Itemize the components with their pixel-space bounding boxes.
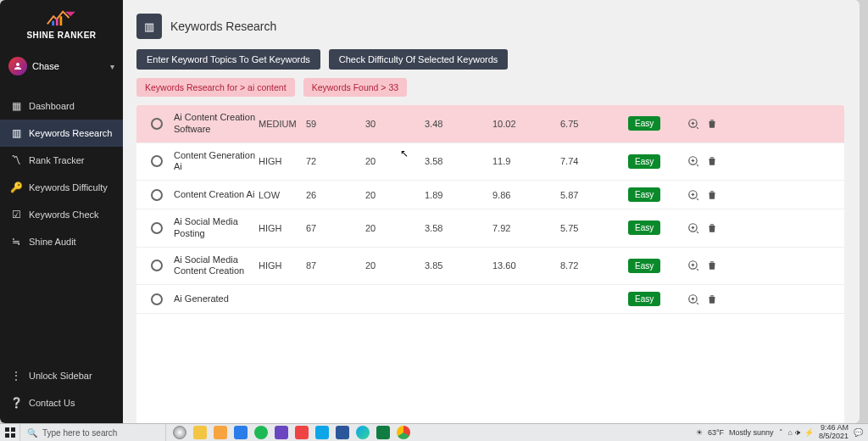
delete-icon[interactable] bbox=[706, 155, 718, 167]
enter-topics-button[interactable]: Enter Keyword Topics To Get Keywords bbox=[136, 49, 320, 70]
svg-rect-1 bbox=[56, 19, 58, 25]
metric-cell: 30 bbox=[365, 119, 425, 129]
difficulty-badge: Easy bbox=[628, 116, 660, 131]
tray-icons: ⌂ 🕩 ⚡ bbox=[788, 428, 814, 437]
nav-keywords-check[interactable]: ☑Keywords Check bbox=[0, 201, 123, 228]
add-icon[interactable] bbox=[687, 260, 699, 271]
metric-cell: 3.58 bbox=[425, 223, 492, 233]
metric-cell: 5.87 bbox=[560, 190, 628, 200]
edge-icon[interactable] bbox=[356, 426, 370, 439]
chrome-icon[interactable] bbox=[397, 426, 410, 439]
help-icon: ❔ bbox=[10, 397, 22, 409]
nav-dashboard[interactable]: ▦Dashboard bbox=[0, 92, 123, 120]
weather-temp: 63°F bbox=[708, 428, 724, 437]
difficulty-badge: Easy bbox=[628, 292, 660, 306]
row-select-radio[interactable] bbox=[151, 222, 163, 234]
delete-icon[interactable] bbox=[706, 118, 718, 130]
add-icon[interactable] bbox=[687, 293, 699, 305]
competition-cell: MEDIUM bbox=[259, 119, 306, 129]
delete-icon[interactable] bbox=[706, 222, 718, 234]
row-select-radio[interactable] bbox=[151, 118, 163, 130]
metric-cell: 20 bbox=[365, 223, 425, 233]
metric-cell: 20 bbox=[365, 156, 425, 166]
difficulty-badge: Easy bbox=[628, 220, 660, 235]
nav-rank-tracker[interactable]: 〽Rank Tracker bbox=[0, 147, 123, 174]
metric-cell: 67 bbox=[306, 223, 365, 233]
main-content: ▥ Keywords Research Enter Keyword Topics… bbox=[123, 0, 860, 423]
metric-cell: 10.02 bbox=[492, 119, 560, 129]
add-icon[interactable] bbox=[687, 222, 699, 234]
row-select-radio[interactable] bbox=[151, 293, 163, 305]
app-icon-1[interactable] bbox=[275, 426, 288, 439]
logo-icon bbox=[4, 8, 119, 27]
row-select-radio[interactable] bbox=[151, 260, 163, 271]
keyword-cell: Content Generation Ai bbox=[174, 150, 259, 174]
explorer-icon[interactable] bbox=[193, 426, 207, 439]
difficulty-badge: Easy bbox=[628, 187, 660, 202]
weather-text: Mostly sunny bbox=[729, 428, 774, 437]
table-row[interactable]: Ai Social Media PostingHIGH67203.587.925… bbox=[136, 209, 844, 248]
tray-chevron-icon[interactable]: ˄ bbox=[779, 428, 783, 437]
chevron-down-icon: ▾ bbox=[110, 62, 114, 71]
metric-cell: 1.89 bbox=[425, 190, 492, 200]
svg-rect-2 bbox=[60, 16, 63, 25]
nav-unlock-sidebar[interactable]: ⋮Unlock Sidebar bbox=[0, 362, 123, 389]
table-row[interactable]: Ai Content Creation SoftwareMEDIUM59303.… bbox=[136, 105, 844, 143]
start-button[interactable] bbox=[0, 424, 20, 441]
folder-icon[interactable] bbox=[214, 426, 227, 439]
brand-text: SHINE RANKER bbox=[4, 31, 119, 40]
page-header: ▥ Keywords Research bbox=[136, 8, 849, 42]
taskview-icon[interactable] bbox=[173, 426, 186, 439]
add-icon[interactable] bbox=[687, 118, 699, 130]
table-row[interactable]: Content Generation AiHIGH72203.5811.97.7… bbox=[136, 143, 844, 181]
nav-keywords-difficulty[interactable]: 🔑Keywords Difficulty bbox=[0, 174, 123, 201]
add-icon[interactable] bbox=[687, 189, 699, 201]
metric-cell: 20 bbox=[365, 260, 425, 271]
sidebar: SHINE RANKER Chase ▾ ▦Dashboard ▥Keyword… bbox=[0, 0, 123, 423]
add-icon[interactable] bbox=[687, 155, 699, 167]
taskbar-tray[interactable]: ☀ 63°F Mostly sunny ˄ ⌂ 🕩 ⚡ 9:46 AM 8/5/… bbox=[691, 424, 868, 441]
app-icon-2[interactable] bbox=[295, 426, 309, 439]
delete-icon[interactable] bbox=[706, 260, 718, 271]
nav: ▦Dashboard ▥Keywords Research 〽Rank Trac… bbox=[0, 92, 123, 255]
table-row[interactable]: Content Creation AiLOW26201.899.865.87Ea… bbox=[136, 181, 844, 209]
spotify-icon[interactable] bbox=[254, 426, 268, 439]
nav-contact-us[interactable]: ❔Contact Us bbox=[0, 389, 123, 416]
chip-keywords-found: Keywords Found > 33 bbox=[303, 78, 407, 97]
taskbar-search[interactable]: 🔍Type here to search bbox=[20, 424, 166, 441]
metric-cell: 8.72 bbox=[560, 260, 628, 271]
svg-rect-11 bbox=[5, 433, 9, 438]
difficulty-badge: Easy bbox=[628, 154, 660, 169]
metric-cell: 20 bbox=[365, 190, 425, 200]
delete-icon[interactable] bbox=[706, 189, 718, 201]
excel-icon[interactable] bbox=[376, 426, 390, 439]
app-icon-3[interactable] bbox=[315, 426, 329, 439]
dots-icon: ⋮ bbox=[10, 370, 22, 382]
weather-icon: ☀ bbox=[696, 428, 703, 437]
row-select-radio[interactable] bbox=[151, 189, 163, 201]
chip-research-for: Keywords Research for > ai content bbox=[136, 78, 295, 97]
notifications-icon[interactable]: 💬 bbox=[854, 428, 863, 437]
delete-icon[interactable] bbox=[706, 293, 718, 305]
competition-cell: LOW bbox=[259, 190, 306, 200]
mail-icon[interactable] bbox=[234, 426, 248, 439]
check-difficulty-button[interactable]: Check Difficulty Of Selected Keywords bbox=[329, 49, 508, 70]
competition-cell: HIGH bbox=[259, 223, 306, 233]
clock-date: 8/5/2021 bbox=[819, 433, 849, 441]
nav-keywords-research[interactable]: ▥Keywords Research bbox=[0, 120, 123, 147]
table-row[interactable]: Ai GeneratedEasy bbox=[136, 285, 844, 314]
keyword-cell: Ai Social Media Posting bbox=[174, 216, 259, 240]
table-row[interactable]: Ai Social Media Content CreationHIGH8720… bbox=[136, 248, 844, 286]
keywords-table[interactable]: Ai Content Creation SoftwareMEDIUM59303.… bbox=[136, 105, 844, 423]
svg-rect-0 bbox=[53, 21, 55, 25]
chart-icon: ▥ bbox=[10, 127, 22, 139]
metric-cell: 3.48 bbox=[425, 119, 492, 129]
metric-cell: 7.74 bbox=[560, 156, 628, 166]
row-select-radio[interactable] bbox=[151, 155, 163, 167]
nav-shine-audit[interactable]: ≒Shine Audit bbox=[0, 228, 123, 255]
metric-cell: 9.86 bbox=[492, 190, 560, 200]
user-menu[interactable]: Chase ▾ bbox=[0, 45, 123, 87]
check-icon: ☑ bbox=[10, 209, 22, 220]
keyword-cell: Content Creation Ai bbox=[174, 189, 259, 201]
word-icon[interactable] bbox=[336, 426, 349, 439]
